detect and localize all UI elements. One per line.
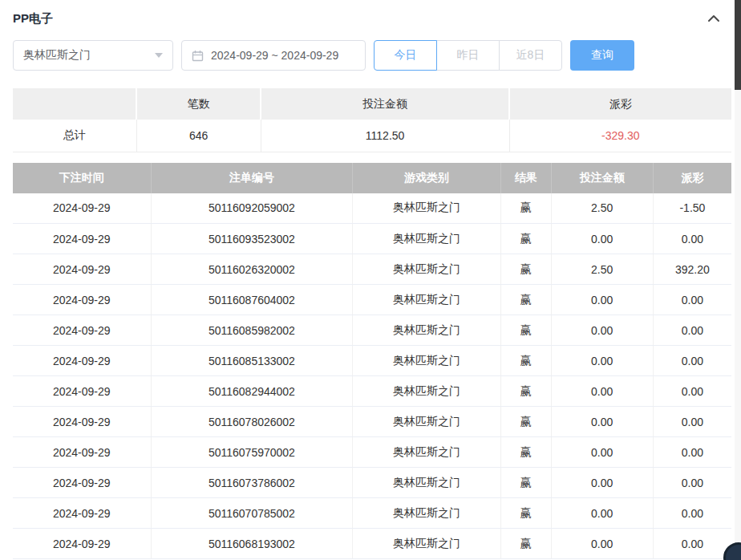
cell-payout: 0.00 <box>653 468 731 498</box>
cell-bet-number: 50116068193002 <box>151 529 353 559</box>
cell-bet-amount: 0.00 <box>551 468 653 498</box>
cell-bet-number: 50116026320002 <box>151 254 353 285</box>
date-range-value: 2024-09-29 ~ 2024-09-29 <box>211 49 338 62</box>
cell-payout: -1.50 <box>653 193 731 224</box>
page-title: PP电子 <box>13 11 53 26</box>
calendar-icon <box>192 50 204 62</box>
cell-result: 赢 <box>500 285 551 315</box>
cell-game-category: 奥林匹斯之门 <box>353 315 501 346</box>
cell-payout: 0.00 <box>653 315 731 346</box>
cell-bet-number: 50116085133002 <box>151 346 353 376</box>
cell-bet-time: 2024-09-29 <box>13 437 151 468</box>
quick-button-yesterday[interactable]: 昨日 <box>436 40 500 71</box>
header-payout: 派彩 <box>653 163 731 193</box>
cell-bet-time: 2024-09-29 <box>13 193 151 224</box>
summary-bet-amount-value: 1112.50 <box>261 120 509 152</box>
scrollbar-thumb[interactable] <box>735 0 741 90</box>
summary-total-row: 总计 646 1112.50 -329.30 <box>13 120 731 152</box>
table-row: 2024-09-2950116092059002奥林匹斯之门赢2.50-1.50 <box>13 193 731 224</box>
table-row: 2024-09-2950116075970002奥林匹斯之门赢0.000.00 <box>13 437 731 468</box>
scrollbar[interactable] <box>735 0 741 560</box>
cell-result: 赢 <box>500 346 551 376</box>
cell-bet-time: 2024-09-29 <box>13 224 151 254</box>
cell-bet-time: 2024-09-29 <box>13 376 151 407</box>
summary-row-label: 总计 <box>13 120 136 152</box>
cell-bet-amount: 0.00 <box>551 224 653 254</box>
panel-header: PP电子 <box>0 0 741 27</box>
cell-bet-time: 2024-09-29 <box>13 254 151 285</box>
game-select[interactable]: 奥林匹斯之门 <box>13 40 173 71</box>
cell-game-category: 奥林匹斯之门 <box>353 376 501 407</box>
summary-header-payout: 派彩 <box>509 88 731 120</box>
quick-range-group: 今日 昨日 近8日 <box>374 40 562 71</box>
cell-bet-number: 50116087604002 <box>151 285 353 315</box>
cell-bet-number: 50116093523002 <box>151 224 353 254</box>
summary-header-count: 笔数 <box>136 88 261 120</box>
bet-table-header-row: 下注时间 注单编号 游戏类别 结果 投注金额 派彩 <box>13 163 731 193</box>
cell-result: 赢 <box>500 529 551 559</box>
header-game-category: 游戏类别 <box>353 163 501 193</box>
table-row: 2024-09-2950116087604002奥林匹斯之门赢0.000.00 <box>13 285 731 315</box>
cell-bet-amount: 2.50 <box>551 193 653 224</box>
header-bet-amount: 投注金额 <box>551 163 653 193</box>
date-range-picker[interactable]: 2024-09-29 ~ 2024-09-29 <box>181 40 366 71</box>
cell-game-category: 奥林匹斯之门 <box>353 498 501 529</box>
cell-bet-amount: 0.00 <box>551 529 653 559</box>
cell-bet-number: 50116073786002 <box>151 468 353 498</box>
table-row: 2024-09-2950116093523002奥林匹斯之门赢0.000.00 <box>13 224 731 254</box>
cell-bet-amount: 0.00 <box>551 407 653 437</box>
cell-bet-number: 50116075970002 <box>151 437 353 468</box>
table-row: 2024-09-2950116070785002奥林匹斯之门赢0.000.00 <box>13 498 731 529</box>
header-bet-number: 注单编号 <box>151 163 353 193</box>
cell-payout: 0.00 <box>653 376 731 407</box>
cell-payout: 0.00 <box>653 437 731 468</box>
cell-bet-time: 2024-09-29 <box>13 285 151 315</box>
search-button[interactable]: 查询 <box>570 40 634 71</box>
cell-bet-number: 50116078026002 <box>151 407 353 437</box>
header-result: 结果 <box>500 163 551 193</box>
game-select-value: 奥林匹斯之门 <box>23 48 91 63</box>
summary-header-empty <box>13 88 136 120</box>
cell-result: 赢 <box>500 407 551 437</box>
cell-game-category: 奥林匹斯之门 <box>353 529 501 559</box>
cell-bet-time: 2024-09-29 <box>13 498 151 529</box>
cell-bet-amount: 0.00 <box>551 315 653 346</box>
pp-electronic-panel: PP电子 奥林匹斯之门 2024-09-29 ~ 2024-09-29 <box>0 0 741 559</box>
cell-payout: 0.00 <box>653 285 731 315</box>
cell-game-category: 奥林匹斯之门 <box>353 437 501 468</box>
table-row: 2024-09-2950116078026002奥林匹斯之门赢0.000.00 <box>13 407 731 437</box>
cell-result: 赢 <box>500 498 551 529</box>
summary-header-row: 笔数 投注金额 派彩 <box>13 88 731 120</box>
table-row: 2024-09-2950116085133002奥林匹斯之门赢0.000.00 <box>13 346 731 376</box>
cell-result: 赢 <box>500 437 551 468</box>
cell-payout: 392.20 <box>653 254 731 285</box>
cell-payout: 0.00 <box>653 407 731 437</box>
quick-button-last8days[interactable]: 近8日 <box>499 40 562 71</box>
cell-bet-time: 2024-09-29 <box>13 346 151 376</box>
cell-payout: 0.00 <box>653 498 731 529</box>
cell-game-category: 奥林匹斯之门 <box>353 254 501 285</box>
cell-result: 赢 <box>500 193 551 224</box>
cell-bet-number: 50116070785002 <box>151 498 353 529</box>
bet-table-body: 2024-09-2950116092059002奥林匹斯之门赢2.50-1.50… <box>13 193 731 559</box>
cell-result: 赢 <box>500 468 551 498</box>
table-row: 2024-09-2950116073786002奥林匹斯之门赢0.000.00 <box>13 468 731 498</box>
cell-result: 赢 <box>500 315 551 346</box>
cell-bet-amount: 0.00 <box>551 346 653 376</box>
cell-game-category: 奥林匹斯之门 <box>353 224 501 254</box>
cell-bet-amount: 0.00 <box>551 437 653 468</box>
bet-detail-table: 下注时间 注单编号 游戏类别 结果 投注金额 派彩 2024-09-295011… <box>13 163 731 560</box>
summary-count-value: 646 <box>136 120 261 152</box>
caret-down-icon <box>155 53 163 58</box>
cell-payout: 0.00 <box>653 529 731 559</box>
collapse-chevron-up-icon[interactable] <box>707 14 720 22</box>
quick-button-today[interactable]: 今日 <box>374 40 437 71</box>
cell-result: 赢 <box>500 376 551 407</box>
cell-result: 赢 <box>500 224 551 254</box>
cell-payout: 0.00 <box>653 346 731 376</box>
cell-game-category: 奥林匹斯之门 <box>353 407 501 437</box>
cell-bet-time: 2024-09-29 <box>13 468 151 498</box>
cell-game-category: 奥林匹斯之门 <box>353 193 501 224</box>
table-row: 2024-09-2950116068193002奥林匹斯之门赢0.000.00 <box>13 529 731 559</box>
table-row: 2024-09-2950116026320002奥林匹斯之门赢2.50392.2… <box>13 254 731 285</box>
